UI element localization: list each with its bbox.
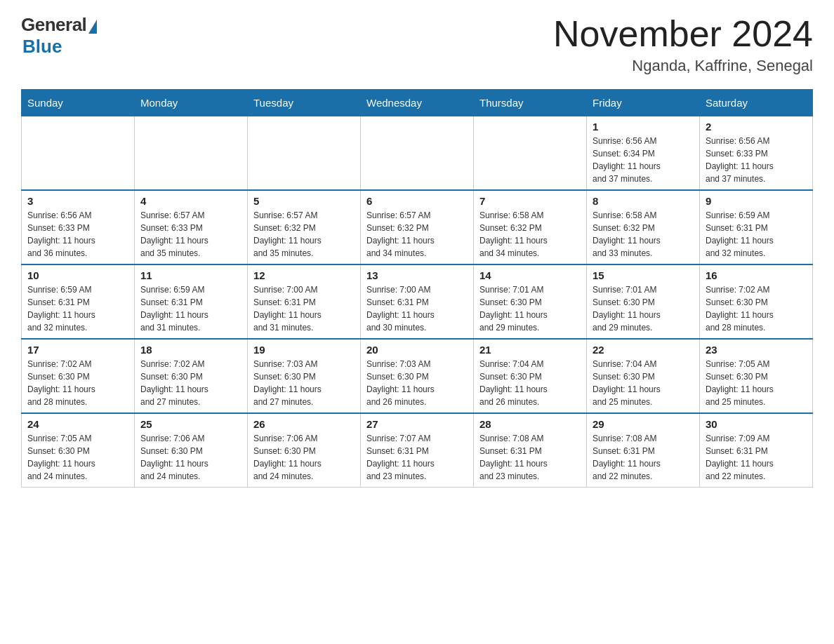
day-number: 19 (253, 344, 355, 356)
day-number: 22 (593, 344, 694, 356)
day-info: Sunrise: 6:57 AM Sunset: 6:32 PM Dayligh… (366, 210, 435, 258)
calendar-cell: 5Sunrise: 6:57 AM Sunset: 6:32 PM Daylig… (248, 190, 361, 264)
day-info: Sunrise: 7:02 AM Sunset: 6:30 PM Dayligh… (27, 359, 95, 407)
week-row-2: 3Sunrise: 6:56 AM Sunset: 6:33 PM Daylig… (22, 190, 813, 264)
day-info: Sunrise: 7:02 AM Sunset: 6:30 PM Dayligh… (140, 359, 208, 407)
day-info: Sunrise: 6:58 AM Sunset: 6:32 PM Dayligh… (593, 210, 661, 258)
calendar-cell: 12Sunrise: 7:00 AM Sunset: 6:31 PM Dayli… (248, 264, 361, 339)
day-info: Sunrise: 6:59 AM Sunset: 6:31 PM Dayligh… (706, 210, 774, 258)
day-number: 13 (366, 269, 468, 281)
calendar-cell: 28Sunrise: 7:08 AM Sunset: 6:31 PM Dayli… (474, 413, 587, 488)
calendar-cell (22, 116, 135, 191)
day-number: 27 (366, 418, 468, 430)
day-number: 23 (706, 344, 807, 356)
day-number: 15 (593, 269, 694, 281)
day-number: 25 (140, 418, 241, 430)
day-info: Sunrise: 7:01 AM Sunset: 6:30 PM Dayligh… (593, 285, 661, 333)
day-number: 26 (253, 418, 355, 430)
day-info: Sunrise: 6:59 AM Sunset: 6:31 PM Dayligh… (140, 285, 208, 333)
day-number: 21 (479, 344, 581, 356)
calendar-cell: 18Sunrise: 7:02 AM Sunset: 6:30 PM Dayli… (135, 339, 248, 413)
calendar-cell: 8Sunrise: 6:58 AM Sunset: 6:32 PM Daylig… (587, 190, 700, 264)
day-number: 17 (27, 344, 128, 356)
day-number: 6 (366, 195, 468, 207)
day-info: Sunrise: 7:01 AM Sunset: 6:30 PM Dayligh… (479, 285, 548, 333)
day-info: Sunrise: 6:57 AM Sunset: 6:32 PM Dayligh… (253, 210, 322, 258)
location-label: Nganda, Kaffrine, Senegal (553, 57, 813, 75)
logo-general-text: General (21, 14, 86, 36)
logo-triangle-icon (88, 20, 97, 34)
day-info: Sunrise: 7:09 AM Sunset: 6:31 PM Dayligh… (706, 434, 774, 481)
day-info: Sunrise: 7:06 AM Sunset: 6:30 PM Dayligh… (253, 434, 322, 481)
day-info: Sunrise: 6:56 AM Sunset: 6:33 PM Dayligh… (706, 136, 774, 184)
weekday-header-wednesday: Wednesday (361, 90, 474, 116)
calendar-cell: 17Sunrise: 7:02 AM Sunset: 6:30 PM Dayli… (22, 339, 135, 413)
day-info: Sunrise: 6:57 AM Sunset: 6:33 PM Dayligh… (140, 210, 208, 258)
day-info: Sunrise: 6:58 AM Sunset: 6:32 PM Dayligh… (479, 210, 548, 258)
calendar-cell: 6Sunrise: 6:57 AM Sunset: 6:32 PM Daylig… (361, 190, 474, 264)
day-number: 4 (140, 195, 241, 207)
calendar-cell: 14Sunrise: 7:01 AM Sunset: 6:30 PM Dayli… (474, 264, 587, 339)
calendar-cell: 1Sunrise: 6:56 AM Sunset: 6:34 PM Daylig… (587, 116, 700, 191)
day-number: 7 (479, 195, 581, 207)
calendar-cell: 20Sunrise: 7:03 AM Sunset: 6:30 PM Dayli… (361, 339, 474, 413)
day-number: 8 (593, 195, 694, 207)
day-info: Sunrise: 7:03 AM Sunset: 6:30 PM Dayligh… (366, 359, 435, 407)
calendar-cell: 24Sunrise: 7:05 AM Sunset: 6:30 PM Dayli… (22, 413, 135, 488)
weekday-header-thursday: Thursday (474, 90, 587, 116)
calendar-cell: 26Sunrise: 7:06 AM Sunset: 6:30 PM Dayli… (248, 413, 361, 488)
page-title: November 2024 (553, 14, 813, 54)
calendar-header-row: SundayMondayTuesdayWednesdayThursdayFrid… (22, 90, 813, 116)
calendar-table: SundayMondayTuesdayWednesdayThursdayFrid… (21, 89, 813, 488)
week-row-4: 17Sunrise: 7:02 AM Sunset: 6:30 PM Dayli… (22, 339, 813, 413)
calendar-cell: 27Sunrise: 7:07 AM Sunset: 6:31 PM Dayli… (361, 413, 474, 488)
weekday-header-sunday: Sunday (22, 90, 135, 116)
week-row-1: 1Sunrise: 6:56 AM Sunset: 6:34 PM Daylig… (22, 116, 813, 191)
day-info: Sunrise: 7:04 AM Sunset: 6:30 PM Dayligh… (479, 359, 548, 407)
logo-blue-text: Blue (22, 36, 62, 58)
calendar-cell: 30Sunrise: 7:09 AM Sunset: 6:31 PM Dayli… (700, 413, 813, 488)
day-number: 20 (366, 344, 468, 356)
day-number: 16 (706, 269, 807, 281)
calendar-cell (135, 116, 248, 191)
day-number: 11 (140, 269, 241, 281)
calendar-cell (474, 116, 587, 191)
day-number: 30 (706, 418, 807, 430)
day-info: Sunrise: 7:05 AM Sunset: 6:30 PM Dayligh… (706, 359, 774, 407)
day-info: Sunrise: 7:07 AM Sunset: 6:31 PM Dayligh… (366, 434, 435, 481)
calendar-cell: 13Sunrise: 7:00 AM Sunset: 6:31 PM Dayli… (361, 264, 474, 339)
day-number: 12 (253, 269, 355, 281)
logo: General Blue (21, 14, 97, 58)
calendar-cell: 25Sunrise: 7:06 AM Sunset: 6:30 PM Dayli… (135, 413, 248, 488)
day-number: 9 (706, 195, 807, 207)
calendar-cell: 23Sunrise: 7:05 AM Sunset: 6:30 PM Dayli… (700, 339, 813, 413)
calendar-cell: 7Sunrise: 6:58 AM Sunset: 6:32 PM Daylig… (474, 190, 587, 264)
day-number: 10 (27, 269, 128, 281)
day-info: Sunrise: 7:00 AM Sunset: 6:31 PM Dayligh… (366, 285, 435, 333)
day-info: Sunrise: 7:00 AM Sunset: 6:31 PM Dayligh… (253, 285, 322, 333)
calendar-cell: 4Sunrise: 6:57 AM Sunset: 6:33 PM Daylig… (135, 190, 248, 264)
day-number: 24 (27, 418, 128, 430)
weekday-header-friday: Friday (587, 90, 700, 116)
week-row-5: 24Sunrise: 7:05 AM Sunset: 6:30 PM Dayli… (22, 413, 813, 488)
day-number: 1 (593, 121, 694, 133)
day-number: 29 (593, 418, 694, 430)
weekday-header-tuesday: Tuesday (248, 90, 361, 116)
day-number: 14 (479, 269, 581, 281)
day-number: 3 (27, 195, 128, 207)
calendar-cell: 16Sunrise: 7:02 AM Sunset: 6:30 PM Dayli… (700, 264, 813, 339)
calendar-cell: 2Sunrise: 6:56 AM Sunset: 6:33 PM Daylig… (700, 116, 813, 191)
day-info: Sunrise: 7:08 AM Sunset: 6:31 PM Dayligh… (479, 434, 548, 481)
calendar-cell (361, 116, 474, 191)
day-info: Sunrise: 6:56 AM Sunset: 6:34 PM Dayligh… (593, 136, 661, 184)
day-info: Sunrise: 7:05 AM Sunset: 6:30 PM Dayligh… (27, 434, 95, 481)
day-number: 2 (706, 121, 807, 133)
day-number: 28 (479, 418, 581, 430)
weekday-header-monday: Monday (135, 90, 248, 116)
day-info: Sunrise: 7:02 AM Sunset: 6:30 PM Dayligh… (706, 285, 774, 333)
day-info: Sunrise: 7:06 AM Sunset: 6:30 PM Dayligh… (140, 434, 208, 481)
calendar-cell (248, 116, 361, 191)
day-info: Sunrise: 6:56 AM Sunset: 6:33 PM Dayligh… (27, 210, 95, 258)
calendar-cell: 29Sunrise: 7:08 AM Sunset: 6:31 PM Dayli… (587, 413, 700, 488)
week-row-3: 10Sunrise: 6:59 AM Sunset: 6:31 PM Dayli… (22, 264, 813, 339)
